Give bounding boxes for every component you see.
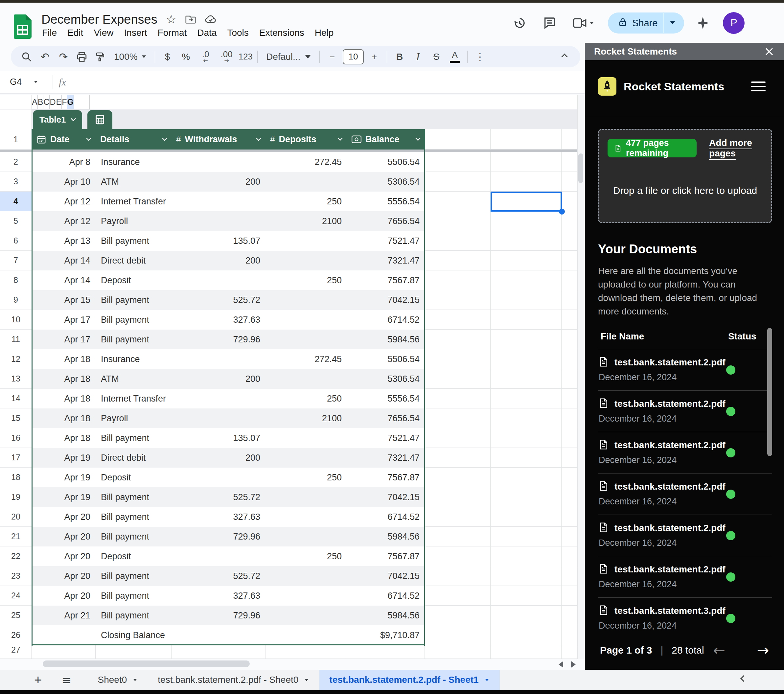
add-more-pages-link[interactable]: Add more pages xyxy=(709,138,763,159)
cell-balance[interactable]: 7567.87 xyxy=(347,270,425,290)
cell-empty-f[interactable] xyxy=(425,625,491,645)
cell-date[interactable]: Apr 18 xyxy=(32,428,96,448)
cell-withdrawals[interactable] xyxy=(171,270,265,290)
file-name[interactable]: test.bank.statement.2.pdf xyxy=(614,357,726,368)
collapse-side-panel-icon[interactable] xyxy=(741,676,746,682)
hamburger-menu-icon[interactable] xyxy=(751,81,766,91)
cell-deposits[interactable] xyxy=(265,566,347,586)
cell-date[interactable]: Apr 14 xyxy=(32,251,96,270)
chevron-down-icon[interactable] xyxy=(86,136,91,141)
row-number[interactable]: 11 xyxy=(0,330,32,349)
cell-details[interactable]: Bill payment xyxy=(96,487,171,507)
cell-empty-f[interactable] xyxy=(425,310,491,330)
cell-date[interactable]: Apr 14 xyxy=(32,270,96,290)
cell-details[interactable]: Bill payment xyxy=(96,428,171,448)
cell-deposits[interactable] xyxy=(265,251,347,270)
cell-empty-f[interactable] xyxy=(425,448,491,468)
cell-withdrawals[interactable] xyxy=(171,409,265,428)
add-sheet-icon[interactable]: + xyxy=(34,673,42,687)
chevron-down-icon[interactable] xyxy=(338,136,343,141)
cell-deposits[interactable]: 272.45 xyxy=(265,349,347,369)
cell-deposits[interactable] xyxy=(265,606,347,625)
collapse-toolbar-icon[interactable] xyxy=(557,48,572,65)
cell-balance[interactable]: 5556.54 xyxy=(347,191,425,211)
selected-cell-outline[interactable] xyxy=(491,191,562,212)
cell-deposits[interactable] xyxy=(265,625,347,645)
cell-deposits[interactable] xyxy=(265,448,347,468)
previous-page-icon[interactable]: ← xyxy=(713,642,725,658)
row-number[interactable]: 24 xyxy=(0,586,32,606)
cell-empty-g[interactable] xyxy=(491,251,562,270)
cell-date[interactable]: Apr 19 xyxy=(32,448,96,468)
row-number[interactable]: 19 xyxy=(0,487,32,507)
undo-icon[interactable]: ↶ xyxy=(37,48,53,65)
more-options-icon[interactable]: ⋮ xyxy=(472,48,488,65)
cell-details[interactable]: Closing Balance xyxy=(96,625,171,645)
cell-details[interactable]: Deposit xyxy=(96,468,171,487)
chevron-down-icon[interactable] xyxy=(34,81,38,83)
chevron-down-icon[interactable] xyxy=(133,679,137,681)
cell-details[interactable]: Insurance xyxy=(96,349,171,369)
document-row[interactable]: test.bank.statement.3.pdf December 16, 2… xyxy=(598,598,772,639)
cell-withdrawals[interactable]: 525.72 xyxy=(171,487,265,507)
cell-balance[interactable]: 5506.54 xyxy=(347,152,425,172)
document-row[interactable]: test.bank.statement.2.pdf December 16, 2… xyxy=(598,432,772,473)
chevron-down-icon[interactable] xyxy=(590,22,594,24)
chevron-down-icon[interactable] xyxy=(256,136,261,141)
row-number[interactable]: 4 xyxy=(0,191,32,211)
font-size-input[interactable]: 10 xyxy=(343,49,364,64)
cell-deposits[interactable]: 250 xyxy=(265,270,347,290)
cell-empty-f[interactable] xyxy=(425,487,491,507)
cell-balance[interactable]: 5984.56 xyxy=(347,527,425,546)
row-number[interactable]: 15 xyxy=(0,409,32,428)
cell-empty-g[interactable] xyxy=(491,409,562,428)
cell-date[interactable]: Apr 8 xyxy=(32,152,96,172)
cell-details[interactable]: Internet Transfer xyxy=(96,191,171,211)
cell-withdrawals[interactable]: 135.07 xyxy=(171,428,265,448)
column-header[interactable]: B xyxy=(38,95,44,109)
chevron-down-icon[interactable] xyxy=(71,116,76,121)
comments-icon[interactable] xyxy=(543,16,556,30)
cell-empty-f[interactable] xyxy=(425,290,491,310)
cell-date[interactable]: Apr 17 xyxy=(32,310,96,330)
cell-empty-f[interactable] xyxy=(425,211,491,231)
menu-item[interactable]: Data xyxy=(192,26,222,40)
cell-date[interactable]: Apr 20 xyxy=(32,546,96,566)
file-name[interactable]: test.bank.statement.3.pdf xyxy=(614,606,726,616)
chevron-down-icon[interactable] xyxy=(416,136,421,141)
print-icon[interactable] xyxy=(74,48,90,65)
cell-deposits[interactable] xyxy=(265,428,347,448)
version-history-icon[interactable] xyxy=(512,16,526,30)
list-scrollbar-thumb[interactable] xyxy=(767,328,772,456)
cell-date[interactable]: Apr 18 xyxy=(32,349,96,369)
cell-deposits[interactable] xyxy=(265,231,347,251)
vertical-scrollbar-thumb[interactable] xyxy=(578,153,583,183)
row-number[interactable]: 25 xyxy=(0,606,32,625)
cell-date[interactable]: Apr 12 xyxy=(32,191,96,211)
header-balance[interactable]: Balance xyxy=(347,129,425,150)
cell-empty-f[interactable] xyxy=(425,231,491,251)
fill-handle[interactable] xyxy=(559,209,565,214)
cell-deposits[interactable]: 2100 xyxy=(265,409,347,428)
cell-balance[interactable]: 5306.54 xyxy=(347,369,425,389)
cell-withdrawals[interactable]: 327.63 xyxy=(171,586,265,606)
cell-balance[interactable]: 7521.47 xyxy=(347,428,425,448)
paragraph-style-select[interactable]: Defaul... xyxy=(262,48,315,65)
cell-balance[interactable]: 5306.54 xyxy=(347,172,425,191)
header-details[interactable]: Details xyxy=(96,129,171,150)
cell-withdrawals[interactable]: 525.72 xyxy=(171,566,265,586)
cell-details[interactable]: Bill payment xyxy=(96,310,171,330)
menu-item[interactable]: Help xyxy=(310,26,339,40)
cell-date[interactable]: Apr 18 xyxy=(32,389,96,409)
cell-empty-f[interactable] xyxy=(425,606,491,625)
table-name-chip[interactable]: Table1 xyxy=(33,110,82,129)
row-number[interactable]: 23 xyxy=(0,566,32,586)
cell-details[interactable]: Payroll xyxy=(96,211,171,231)
row-number[interactable]: 12 xyxy=(0,349,32,369)
cell-empty-g[interactable] xyxy=(491,586,562,606)
column-header[interactable]: E xyxy=(56,95,62,109)
close-icon[interactable] xyxy=(764,46,775,57)
sheet-tab[interactable]: test.bank.statement.2.pdf - Sheet1 xyxy=(320,670,499,690)
currency-format-button[interactable]: $ xyxy=(160,48,175,65)
cell-empty-g[interactable] xyxy=(491,625,562,645)
